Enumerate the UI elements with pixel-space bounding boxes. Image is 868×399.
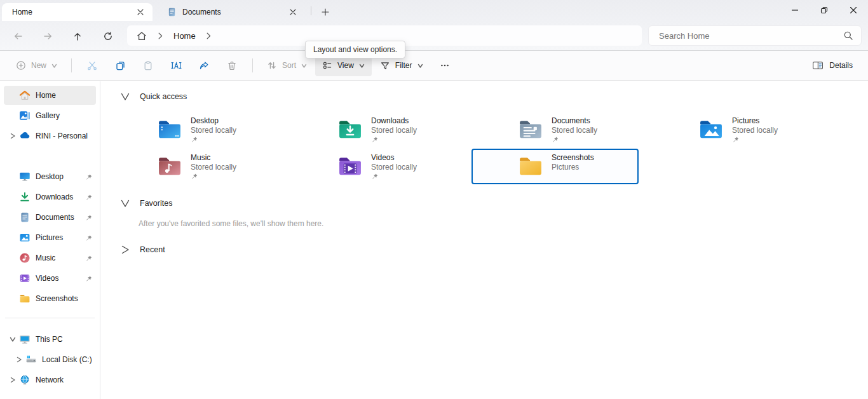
section-recent[interactable]: Recent	[121, 242, 868, 257]
folder-videos-icon	[338, 156, 362, 177]
document-tab-icon	[167, 7, 177, 17]
new-tab-button[interactable]	[317, 4, 334, 19]
details-button[interactable]: Details	[806, 55, 859, 76]
sidebar-item-local-disk-c[interactable]: Local Disk (C:)	[4, 350, 96, 369]
window-controls	[780, 0, 868, 20]
chevron-right-icon[interactable]	[6, 133, 19, 139]
documents-side-icon	[19, 212, 31, 223]
sidebar-item-this-pc[interactable]: This PC	[4, 330, 96, 349]
refresh-button[interactable]	[100, 29, 116, 44]
filter-icon	[380, 60, 390, 71]
home-icon	[136, 30, 147, 41]
more-button[interactable]	[431, 55, 458, 76]
sidebar-pinned-group: Desktop Downloads Documents Pictures Mus…	[0, 167, 100, 308]
new-button[interactable]: New	[9, 55, 64, 76]
pin-icon	[371, 136, 417, 144]
forward-button[interactable]	[40, 29, 55, 44]
downloads-side-icon	[19, 191, 31, 203]
delete-icon	[227, 60, 237, 71]
sidebar-item-label: Network	[36, 375, 92, 384]
pin-icon	[85, 275, 92, 282]
chevron-down-icon[interactable]	[6, 336, 19, 342]
tile-subtitle: Stored locally	[191, 126, 236, 135]
section-favorites[interactable]: Favorites	[121, 196, 868, 211]
sidebar-item-music[interactable]: Music	[4, 248, 96, 267]
quick-access-tile-screenshots[interactable]: Screenshots Pictures	[471, 149, 639, 184]
search-input[interactable]: Search Home	[648, 25, 862, 46]
close-tab-icon[interactable]	[133, 5, 147, 19]
paste-button[interactable]	[135, 55, 161, 76]
tile-subtitle: Pictures	[552, 163, 594, 172]
sidebar-item-desktop[interactable]: Desktop	[4, 167, 96, 186]
tile-name: Pictures	[732, 116, 778, 126]
quick-access-tile-music[interactable]: Music Stored locally	[111, 149, 278, 184]
sidebar-item-label: Pictures	[36, 233, 83, 242]
sidebar-item-rini-personal[interactable]: RINI - Personal	[4, 126, 96, 145]
pin-icon	[732, 136, 778, 144]
quick-access-tile-pictures[interactable]: Pictures Stored locally	[652, 112, 819, 147]
window-chrome: Home Documents Home Search Home	[0, 0, 868, 51]
chevron-right-icon[interactable]	[207, 32, 211, 39]
chevron-right-icon[interactable]	[121, 245, 130, 254]
gallery-icon	[19, 110, 31, 121]
chevron-right-icon[interactable]	[6, 377, 19, 383]
search-icon[interactable]	[843, 30, 853, 41]
sidebar-item-home[interactable]: Home	[4, 86, 96, 105]
chevron-right-icon[interactable]	[13, 356, 25, 363]
tile-name: Music	[191, 153, 236, 163]
minimize-button[interactable]	[780, 0, 810, 20]
disk-icon	[25, 354, 37, 365]
pin-icon	[85, 255, 92, 262]
sidebar-item-network[interactable]: Network	[4, 370, 96, 389]
tab-documents[interactable]: Documents	[157, 3, 305, 21]
command-bar: New Sort View Filter Details	[0, 51, 868, 81]
restore-button[interactable]	[810, 0, 839, 20]
chevron-down-icon	[359, 63, 365, 69]
sidebar-item-gallery[interactable]: Gallery	[4, 106, 96, 125]
copy-button[interactable]	[107, 55, 133, 76]
quick-access-tile-desktop[interactable]: Desktop Stored locally	[111, 112, 278, 147]
close-button[interactable]	[839, 0, 868, 20]
pin-icon	[371, 173, 417, 180]
copy-icon	[115, 60, 125, 71]
tile-info: Videos Stored locally	[371, 153, 417, 180]
tab-home[interactable]: Home	[2, 3, 153, 21]
videos-side-icon	[19, 273, 31, 284]
tile-name: Screenshots	[552, 153, 594, 163]
tile-info: Pictures Stored locally	[732, 116, 778, 144]
quick-access-tile-videos[interactable]: Videos Stored locally	[291, 149, 458, 184]
sidebar-item-screenshots[interactable]: Screenshots	[4, 289, 96, 308]
quick-access-tile-documents[interactable]: Documents Stored locally	[471, 112, 639, 147]
more-icon	[440, 60, 450, 71]
chevron-down-icon[interactable]	[121, 92, 130, 101]
folder-plain-icon	[519, 156, 543, 177]
delete-button[interactable]	[219, 55, 245, 76]
tile-subtitle: Stored locally	[552, 126, 597, 135]
close-tab-icon[interactable]	[286, 5, 300, 19]
breadcrumb[interactable]: Home	[173, 31, 196, 41]
sidebar-item-pictures[interactable]: Pictures	[4, 228, 96, 247]
sidebar-item-documents[interactable]: Documents	[4, 208, 96, 227]
back-button[interactable]	[10, 29, 25, 44]
sidebar-item-videos[interactable]: Videos	[4, 269, 96, 288]
share-icon	[199, 60, 209, 71]
up-button[interactable]	[70, 29, 85, 44]
section-quick-access[interactable]: Quick access	[121, 89, 868, 104]
chevron-down-icon[interactable]	[121, 199, 130, 208]
pin-icon	[191, 136, 236, 144]
cut-button[interactable]	[79, 55, 105, 76]
sort-icon	[267, 60, 277, 71]
share-button[interactable]	[191, 55, 217, 76]
rename-button[interactable]	[163, 55, 189, 76]
sidebar-item-downloads[interactable]: Downloads	[4, 187, 96, 206]
tile-subtitle: Stored locally	[371, 126, 417, 135]
chevron-right-icon[interactable]	[158, 32, 163, 39]
network-icon	[19, 374, 31, 386]
favorites-empty-text: After you've favorited some files, we'll…	[139, 219, 868, 228]
quick-access-tile-downloads[interactable]: Downloads Stored locally	[291, 112, 458, 147]
tile-name: Desktop	[191, 116, 236, 126]
pin-icon	[85, 234, 92, 241]
section-title: Quick access	[140, 92, 187, 101]
sidebar-item-label: This PC	[36, 335, 92, 344]
section-title: Favorites	[140, 199, 172, 208]
